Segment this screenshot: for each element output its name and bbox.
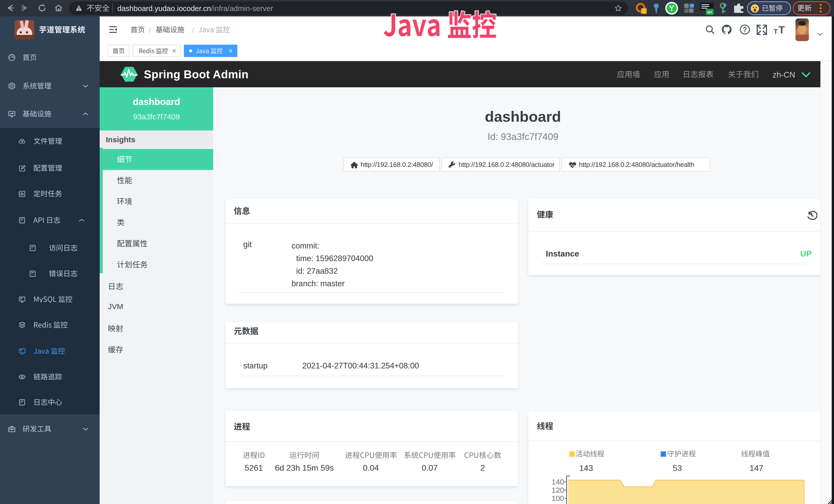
svg-text:on: on xyxy=(707,10,712,14)
svg-text:1: 1 xyxy=(643,9,645,14)
